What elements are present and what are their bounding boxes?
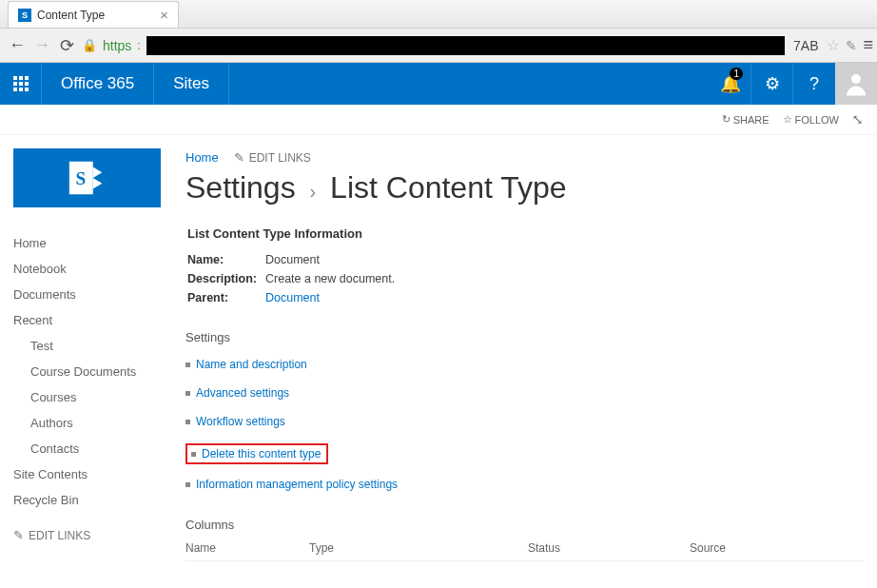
- nav-recent-contacts[interactable]: Contacts: [13, 436, 176, 461]
- nav-recent-authors[interactable]: Authors: [13, 410, 176, 436]
- info-parent-label: Parent:: [187, 291, 265, 304]
- share-button[interactable]: ↻ SHARE: [722, 113, 770, 126]
- hamburger-menu-icon[interactable]: ≡: [863, 35, 869, 55]
- bullet-icon: [185, 363, 190, 367]
- info-parent-link[interactable]: Document: [265, 291, 320, 304]
- help-button[interactable]: ?: [793, 63, 835, 105]
- notifications-button[interactable]: 🔔 1: [710, 63, 751, 105]
- col-header-name[interactable]: Name: [185, 541, 309, 555]
- site-logo-tile[interactable]: S: [13, 148, 161, 207]
- settings-section: Settings Name and description Advanced s…: [185, 330, 864, 491]
- sharepoint-favicon: S: [18, 9, 31, 22]
- browser-address-bar: ← → ⟳ 🔒 https : 7AB ☆ ✎ ≡: [0, 29, 877, 63]
- suite-spacer: [229, 63, 710, 105]
- url-tail: 7AB: [790, 38, 821, 53]
- settings-button[interactable]: ⚙: [751, 63, 793, 105]
- page-body: Home ✎ EDIT LINKS Settings › List Conten…: [185, 135, 877, 588]
- avatar[interactable]: [835, 63, 877, 105]
- url-protocol: https: [103, 38, 131, 53]
- suite-brand[interactable]: Office 365: [42, 63, 154, 105]
- columns-section: Columns Name Type Status Source: [185, 518, 864, 561]
- setting-info-mgmt-policy[interactable]: Information management policy settings: [185, 478, 864, 491]
- reload-button[interactable]: ⟳: [57, 35, 76, 56]
- notifications-badge: 1: [730, 68, 743, 80]
- nav-edit-links[interactable]: ✎ EDIT LINKS: [13, 528, 90, 542]
- settings-heading: Settings: [185, 330, 864, 344]
- waffle-icon: [13, 76, 29, 91]
- info-name-label: Name:: [187, 253, 265, 266]
- nav-recent[interactable]: Recent: [13, 307, 176, 333]
- suite-app-name[interactable]: Sites: [154, 63, 229, 105]
- nav-recent-courses[interactable]: Courses: [13, 384, 176, 410]
- extension-icon[interactable]: ✎: [846, 38, 857, 53]
- lock-icon[interactable]: 🔒: [82, 38, 97, 52]
- col-header-status[interactable]: Status: [528, 541, 690, 555]
- nav-recent-coursedocs[interactable]: Course Documents: [13, 359, 176, 384]
- setting-delete-content-type[interactable]: Delete this content type: [191, 447, 321, 461]
- bullet-icon: [185, 482, 190, 487]
- nav-recycle-bin[interactable]: Recycle Bin: [13, 487, 176, 513]
- content-type-info: List Content Type Information Name: Docu…: [187, 226, 864, 307]
- follow-button[interactable]: ☆ FOLLOW: [783, 113, 839, 126]
- gear-icon: ⚙: [765, 73, 780, 94]
- nav-documents[interactable]: Documents: [13, 282, 176, 307]
- svg-text:S: S: [75, 168, 86, 188]
- quick-launch-nav: Home Notebook Documents Recent Test Cour…: [13, 230, 176, 542]
- nav-recent-test[interactable]: Test: [13, 333, 176, 359]
- heading-settings: Settings: [185, 170, 296, 205]
- nav-site-contents[interactable]: Site Contents: [13, 461, 176, 487]
- bullet-icon: [185, 420, 190, 424]
- left-sidebar: S Home Notebook Documents Recent Test Co…: [0, 135, 185, 588]
- sharepoint-logo-icon: S: [66, 156, 109, 200]
- info-desc-label: Description:: [187, 272, 265, 285]
- breadcrumb: Home ✎ EDIT LINKS: [185, 150, 864, 165]
- col-header-source[interactable]: Source: [690, 541, 864, 555]
- pencil-icon: ✎: [13, 528, 24, 542]
- info-heading: List Content Type Information: [187, 226, 864, 241]
- browser-tab[interactable]: S Content Type ×: [8, 1, 179, 28]
- url-redacted[interactable]: [146, 36, 785, 55]
- breadcrumb-edit-links[interactable]: ✎ EDIT LINKS: [234, 150, 311, 165]
- delete-content-type-highlight: Delete this content type: [185, 443, 328, 464]
- columns-heading: Columns: [185, 518, 864, 532]
- tab-title: Content Type: [37, 9, 105, 22]
- focus-content-button[interactable]: ⤢: [852, 112, 864, 127]
- col-header-type[interactable]: Type: [309, 541, 528, 555]
- info-desc-value: Create a new document.: [265, 272, 395, 285]
- page-heading: Settings › List Content Type: [185, 170, 864, 206]
- svg-point-0: [851, 74, 861, 84]
- chevron-right-icon: ›: [304, 181, 322, 202]
- columns-header-row: Name Type Status Source: [185, 541, 864, 561]
- page-title: List Content Type: [330, 170, 566, 205]
- info-name-value: Document: [265, 253, 320, 266]
- setting-workflow[interactable]: Workflow settings: [185, 415, 864, 428]
- nav-notebook[interactable]: Notebook: [13, 256, 176, 282]
- setting-advanced[interactable]: Advanced settings: [185, 386, 864, 400]
- setting-name-description[interactable]: Name and description: [185, 358, 864, 371]
- help-icon: ?: [809, 74, 819, 94]
- breadcrumb-home[interactable]: Home: [185, 150, 219, 165]
- forward-button: →: [32, 35, 51, 55]
- bullet-icon: [191, 452, 196, 457]
- main-content: S Home Notebook Documents Recent Test Co…: [0, 135, 877, 588]
- nav-home[interactable]: Home: [13, 230, 176, 256]
- pencil-icon: ✎: [234, 150, 244, 165]
- browser-tab-bar: S Content Type ×: [0, 0, 877, 29]
- person-icon: [842, 69, 870, 98]
- action-bar: ↻ SHARE ☆ FOLLOW ⤢: [0, 105, 877, 135]
- bookmark-star-icon[interactable]: ☆: [827, 36, 840, 54]
- bullet-icon: [185, 391, 190, 396]
- suite-bar: Office 365 Sites 🔔 1 ⚙ ?: [0, 63, 877, 105]
- back-button[interactable]: ←: [8, 35, 27, 55]
- app-launcher-button[interactable]: [0, 63, 42, 105]
- close-tab-icon[interactable]: ×: [160, 7, 168, 23]
